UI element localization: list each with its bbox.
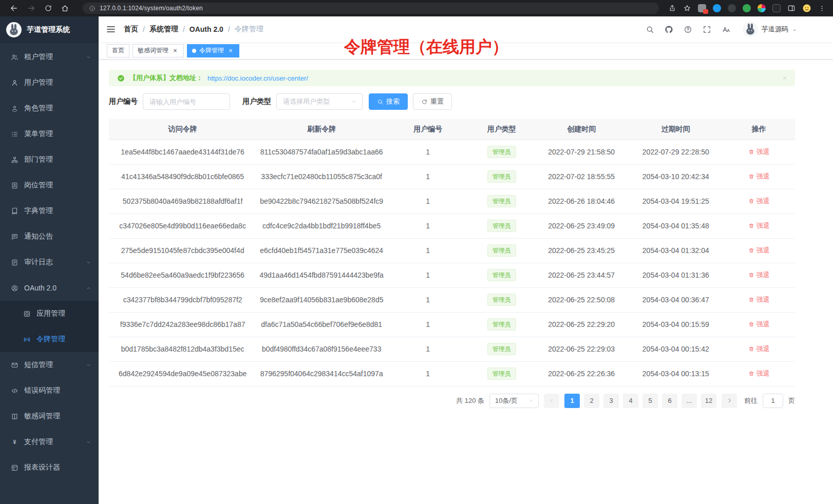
close-icon[interactable]: × xyxy=(227,47,234,54)
sidebar-item-dict[interactable]: 字典管理 xyxy=(0,198,99,224)
sidebar-item-dept[interactable]: 部门管理 xyxy=(0,147,99,172)
goto-page-input[interactable] xyxy=(763,394,783,408)
browser-reload-icon[interactable] xyxy=(44,4,52,12)
breadcrumb-item[interactable]: 首页 xyxy=(124,25,138,34)
fullscreen-icon[interactable] xyxy=(703,25,711,34)
close-icon[interactable]: × xyxy=(172,47,179,54)
force-logout-button[interactable]: 强退 xyxy=(748,221,770,230)
github-icon[interactable] xyxy=(665,25,673,34)
table-header-row: 访问令牌刷新令牌用户编号用户类型创建时间过期时间操作 xyxy=(109,119,795,140)
sidebar-item-role[interactable]: 角色管理 xyxy=(0,95,99,121)
sidebar-item-label: 报表设计器 xyxy=(24,463,60,472)
force-logout-label: 强退 xyxy=(756,369,770,378)
sidebar-item-sensitive-word[interactable]: 敏感词管理 xyxy=(0,403,99,429)
prev-page-button[interactable] xyxy=(544,394,559,408)
page-ellipsis-button[interactable]: ... xyxy=(681,394,697,408)
extension-green-icon[interactable] xyxy=(743,4,751,12)
help-icon[interactable] xyxy=(684,25,692,34)
user-type-select[interactable]: 请选择用户类型 xyxy=(276,93,363,110)
force-logout-button[interactable]: 强退 xyxy=(748,344,770,354)
force-logout-button[interactable]: 强退 xyxy=(748,295,770,304)
sidebar-item-notice[interactable]: 通知公告 xyxy=(0,224,99,249)
user-id-input[interactable] xyxy=(143,93,230,110)
action-cell: 强退 xyxy=(723,214,795,238)
search-icon[interactable] xyxy=(646,25,654,34)
page-button[interactable]: 2 xyxy=(584,394,599,408)
user-type-badge: 管理员 xyxy=(487,367,516,380)
pagination: 共 120 条 10条/页 123456...12 前往 页 xyxy=(109,394,795,408)
tab-sensitive-word[interactable]: 敏感词管理 × xyxy=(132,44,184,57)
page-unit-label: 页 xyxy=(788,396,795,405)
extension-blue-icon[interactable] xyxy=(713,4,721,12)
breadcrumb-item[interactable]: 系统管理 xyxy=(149,25,178,34)
extension-badged-icon[interactable] xyxy=(698,4,706,12)
column-header: 操作 xyxy=(723,119,795,140)
notice-icon xyxy=(11,233,18,241)
breadcrumb: 首页/系统管理/OAuth 2.0/令牌管理 xyxy=(124,25,263,34)
more-menu-icon[interactable] xyxy=(818,5,826,12)
app-logo[interactable]: 芋道管理系统 xyxy=(0,16,99,43)
page-button[interactable]: 4 xyxy=(623,394,638,408)
sidebar-item-user[interactable]: 用户管理 xyxy=(0,70,99,95)
sidebar-item-pay[interactable]: ¥ 支付管理 xyxy=(0,429,99,455)
sidebar-item-error-code[interactable]: 错误码管理 xyxy=(0,378,99,403)
force-logout-label: 强退 xyxy=(756,320,770,329)
page-button[interactable]: 5 xyxy=(642,394,658,408)
alert-close-icon[interactable] xyxy=(782,75,788,81)
page-button[interactable]: 3 xyxy=(603,394,619,408)
user-id-cell: 1 xyxy=(387,337,469,361)
token-icon xyxy=(23,336,31,343)
force-logout-button[interactable]: 强退 xyxy=(748,172,770,181)
site-info-icon[interactable] xyxy=(89,5,96,12)
expires-at-cell: 2054-03-04 01:31:36 xyxy=(629,263,723,287)
sidebar-item-report-designer[interactable]: 报表设计器 xyxy=(0,455,99,480)
tab-token[interactable]: 令牌管理 × xyxy=(187,44,239,57)
sidebar-item-menu[interactable]: 菜单管理 xyxy=(0,121,99,147)
logout-trash-icon xyxy=(748,346,754,352)
extension-colorful-icon[interactable] xyxy=(758,4,766,12)
tab-home[interactable]: 首页 xyxy=(107,44,129,57)
sidebar-panel-icon[interactable] xyxy=(787,4,796,12)
page-button[interactable]: 12 xyxy=(701,394,716,408)
page-button[interactable]: 6 xyxy=(662,394,677,408)
force-logout-button[interactable]: 强退 xyxy=(748,246,770,255)
breadcrumb-item[interactable]: OAuth 2.0 xyxy=(190,25,223,33)
page-button[interactable]: 1 xyxy=(564,394,580,408)
sidebar-item-audit-log[interactable]: 审计日志 xyxy=(0,249,99,275)
sidebar-item-sms[interactable]: 短信管理 xyxy=(0,352,99,378)
logout-trash-icon xyxy=(748,223,754,229)
reset-button[interactable]: 重置 xyxy=(413,93,452,110)
force-logout-label: 强退 xyxy=(756,147,770,157)
sidebar-item-oauth2-app[interactable]: 应用管理 xyxy=(0,301,99,326)
sidebar-item-post[interactable]: 岗位管理 xyxy=(0,172,99,198)
bookmark-star-icon[interactable] xyxy=(683,4,691,12)
browser-forward-icon[interactable] xyxy=(27,4,36,13)
sidebar-item-oauth2-token[interactable]: 令牌管理 xyxy=(0,326,99,352)
page-size-select[interactable]: 10条/页 xyxy=(489,394,539,408)
svg-text:¥: ¥ xyxy=(13,438,16,444)
extension-dark-icon[interactable] xyxy=(728,4,736,12)
sidebar-item-oauth2[interactable]: OAuth 2.0 xyxy=(0,275,99,301)
browser-profile-avatar[interactable] xyxy=(802,4,811,13)
extension-puzzle-icon[interactable] xyxy=(772,4,781,12)
force-logout-button[interactable]: 强退 xyxy=(748,197,770,206)
browser-url-bar[interactable]: 127.0.0.1:1024/system/oauth2/token xyxy=(83,3,659,14)
user-menu[interactable]: 芋道源码 xyxy=(743,22,797,37)
sidebar-item-label: OAuth 2.0 xyxy=(24,284,56,292)
force-logout-button[interactable]: 强退 xyxy=(748,270,770,280)
expires-at-cell: 2054-03-04 01:35:48 xyxy=(629,214,723,238)
share-icon[interactable] xyxy=(668,4,676,12)
dict-icon xyxy=(11,207,18,215)
browser-back-icon[interactable] xyxy=(9,4,18,13)
sidebar-item-tenant[interactable]: 租户管理 xyxy=(0,44,99,70)
table-row: 502375b8040a469a9b82188afdf6af1f be90422… xyxy=(109,189,795,214)
force-logout-button[interactable]: 强退 xyxy=(748,147,770,157)
force-logout-button[interactable]: 强退 xyxy=(748,320,770,329)
next-page-button[interactable] xyxy=(722,394,737,408)
menu-collapse-icon[interactable] xyxy=(106,24,116,34)
force-logout-button[interactable]: 强退 xyxy=(748,369,770,378)
alert-doc-link[interactable]: https://doc.iocoder.cn/user-center/ xyxy=(207,74,308,82)
font-size-icon[interactable] xyxy=(722,25,730,34)
search-button[interactable]: 搜索 xyxy=(369,93,408,110)
browser-home-icon[interactable] xyxy=(61,4,69,13)
